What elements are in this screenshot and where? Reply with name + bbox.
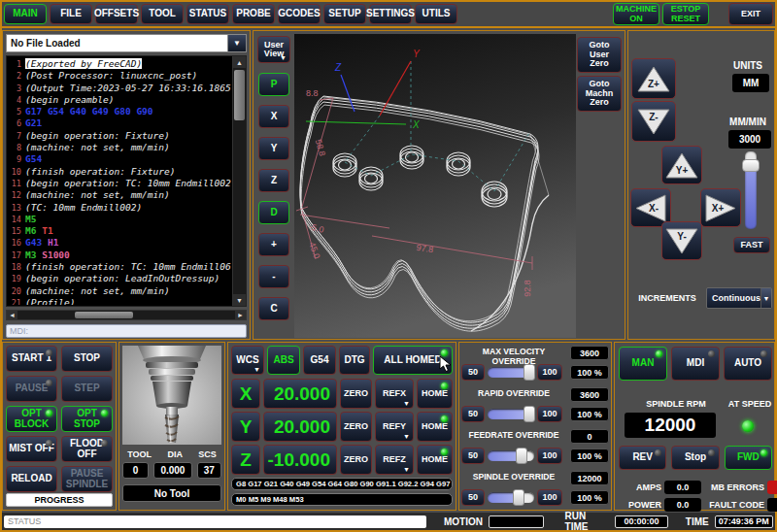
backplot-viewport[interactable]: X Y Z 8.8 58.8 -5.0 45.0 97. [294, 34, 576, 338]
gcode-line[interactable]: 7(begin operation: Fixture) [7, 130, 233, 142]
cycle-button-opt-stop[interactable]: OPT STOP [61, 406, 113, 432]
menu-tab-settings[interactable]: SETTINGS [369, 4, 412, 24]
scroll-up-icon[interactable]: ▲ [233, 56, 246, 68]
scroll-right-icon[interactable]: ► [235, 311, 246, 319]
menu-tab-gcodes[interactable]: GCODES [278, 4, 321, 24]
override-min-button[interactable]: 50 [461, 448, 485, 464]
cycle-button-start-1[interactable]: START 1 [6, 346, 57, 372]
gcode-line[interactable]: 4(begin preamble) [7, 94, 233, 106]
gcode-line[interactable]: 16G43 H1 [7, 237, 233, 249]
override-slider[interactable] [488, 450, 534, 461]
gcode-line[interactable]: 17M3 S1000 [7, 249, 233, 261]
menu-tab-status[interactable]: STATUS [186, 4, 229, 24]
gcode-line[interactable]: 14M5 [7, 214, 233, 225]
gcode-line[interactable]: 13(TC: 10mm Endmill002) [7, 202, 233, 214]
gcode-line[interactable]: 10(finish operation: Fixture) [7, 166, 233, 178]
override-max-button[interactable]: 100 [537, 448, 562, 464]
view-button--[interactable]: - [258, 265, 289, 288]
chevron-down-icon[interactable]: ▼ [227, 35, 246, 51]
gcode-line[interactable]: 8(machine: not set, mm/min) [7, 142, 233, 153]
user-view-button[interactable]: User View ▼ [257, 36, 290, 63]
jog-speed-slider[interactable] [745, 151, 757, 229]
vertical-scrollbar[interactable]: ▲ ▼ [232, 56, 246, 306]
view-button-y[interactable]: Y [258, 137, 289, 160]
menu-tab-offsets[interactable]: OFFSETS [95, 4, 138, 24]
fast-button[interactable]: FAST [733, 237, 770, 253]
spindle-stop-button[interactable]: Stop [671, 446, 719, 470]
gcode-line[interactable]: 2(Post Processor: linuxcnc_post) [7, 70, 233, 82]
cycle-button-reload[interactable]: RELOAD [6, 466, 57, 492]
override-slider[interactable] [488, 409, 534, 419]
gcode-line[interactable]: 19(begin operation: LeadInOutDressup) [7, 273, 233, 284]
gcode-line[interactable]: 12(machine: not set, mm/min) [7, 189, 233, 201]
menu-tab-setup[interactable]: SETUP [323, 4, 366, 24]
jog-button-Yplus[interactable]: Y+ [661, 146, 702, 184]
home-y-button[interactable]: HOME [417, 412, 453, 442]
goto-button-machine-zero[interactable]: Goto Machn Zero [577, 76, 622, 112]
view-button-d[interactable]: D [258, 201, 289, 224]
override-slider[interactable] [488, 367, 534, 378]
slider-handle[interactable] [524, 406, 535, 422]
cycle-button-pause[interactable]: PAUSE [6, 376, 57, 402]
gcode-line[interactable]: 9G54 [7, 153, 233, 165]
view-button-c[interactable]: C [258, 297, 289, 320]
override-max-button[interactable]: 100 [537, 489, 562, 506]
status-field[interactable]: STATUS [4, 515, 426, 528]
exit-button[interactable]: EXIT [728, 3, 773, 25]
ref-y-button[interactable]: REFY▼ [375, 412, 414, 442]
slider-handle[interactable] [742, 159, 760, 172]
dro-header-g54[interactable]: G54 [303, 346, 336, 375]
cycle-button-step[interactable]: STEP [61, 376, 113, 402]
gcode-line[interactable]: 18(finish operation: TC: 10mm Endmill06 [7, 261, 233, 273]
spindle-rev-button[interactable]: REV [619, 446, 666, 470]
cycle-button-opt-block[interactable]: OPT BLOCK [6, 406, 57, 432]
slider-handle[interactable] [513, 489, 524, 506]
gcode-line[interactable]: 5G17 G54 G40 G49 G80 G90 [7, 106, 233, 117]
menu-tab-main[interactable]: MAIN [4, 4, 47, 24]
hscrollbar-thumb[interactable] [75, 312, 133, 318]
view-button-x[interactable]: X [258, 105, 289, 128]
ref-z-button[interactable]: REFZ▼ [375, 445, 414, 475]
slider-handle[interactable] [524, 364, 535, 381]
jog-button-Xplus[interactable]: X+ [700, 188, 741, 227]
goto-button-user-zero[interactable]: Goto User Zero [577, 37, 622, 73]
jog-button-Zminus[interactable]: Z- [631, 101, 676, 142]
override-min-button[interactable]: 50 [461, 406, 485, 422]
view-button-+[interactable]: + [258, 233, 289, 256]
cycle-button-flood-off[interactable]: FLOOD OFF [61, 436, 113, 462]
machine-on-button[interactable]: MACHINE ON [613, 3, 659, 25]
file-combo[interactable]: No File Loaded ▼ [6, 34, 247, 52]
menu-tab-tool[interactable]: TOOL [141, 4, 184, 24]
dro-header-abs[interactable]: ABS [267, 346, 300, 375]
spindle-fwd-button[interactable]: FWD [725, 446, 772, 470]
dro-header-wcs[interactable]: WCS▼ [231, 346, 264, 375]
override-min-button[interactable]: 50 [461, 489, 485, 506]
gcode-viewer[interactable]: 1(Exported by FreeCAD)2(Post Processor: … [6, 55, 247, 307]
zero-z-button[interactable]: ZERO [340, 445, 372, 475]
gcode-line[interactable]: 1(Exported by FreeCAD) [7, 58, 233, 70]
scroll-left-icon[interactable]: ◄ [7, 311, 17, 319]
scrollbar-thumb[interactable] [234, 70, 245, 120]
mode-button-man[interactable]: MAN [619, 347, 667, 381]
gcode-line[interactable]: 3(Output Time:2023-05-27 16:33:16.1865 [7, 83, 233, 94]
gcode-line[interactable]: 21(Profile) [7, 297, 233, 305]
override-max-button[interactable]: 100 [537, 364, 562, 381]
ref-x-button[interactable]: REFX▼ [375, 379, 414, 409]
mdi-input[interactable]: MDI: [6, 324, 247, 338]
horizontal-scrollbar[interactable]: ◄ ► [6, 310, 247, 320]
mode-button-mdi[interactable]: MDI [671, 347, 720, 381]
home-z-button[interactable]: HOME [417, 445, 453, 475]
cycle-button-mist-off[interactable]: MIST OFF [6, 436, 57, 462]
zero-x-button[interactable]: ZERO [340, 379, 372, 409]
chevron-down-icon[interactable]: ▼ [760, 288, 771, 308]
scroll-down-icon[interactable]: ▼ [233, 294, 246, 306]
slider-handle[interactable] [516, 448, 527, 464]
gcode-line[interactable]: 11(begin operation: TC: 10mm Endmill002 [7, 178, 233, 189]
cycle-button-stop[interactable]: STOP [61, 346, 113, 372]
menu-tab-utils[interactable]: UTILS [415, 4, 457, 24]
menu-tab-file[interactable]: FILE [50, 4, 92, 24]
override-slider[interactable] [488, 492, 534, 503]
zero-y-button[interactable]: ZERO [340, 412, 372, 442]
home-x-button[interactable]: HOME [417, 379, 453, 409]
dro-header-all-homed[interactable]: ALL HOMED [373, 346, 453, 375]
